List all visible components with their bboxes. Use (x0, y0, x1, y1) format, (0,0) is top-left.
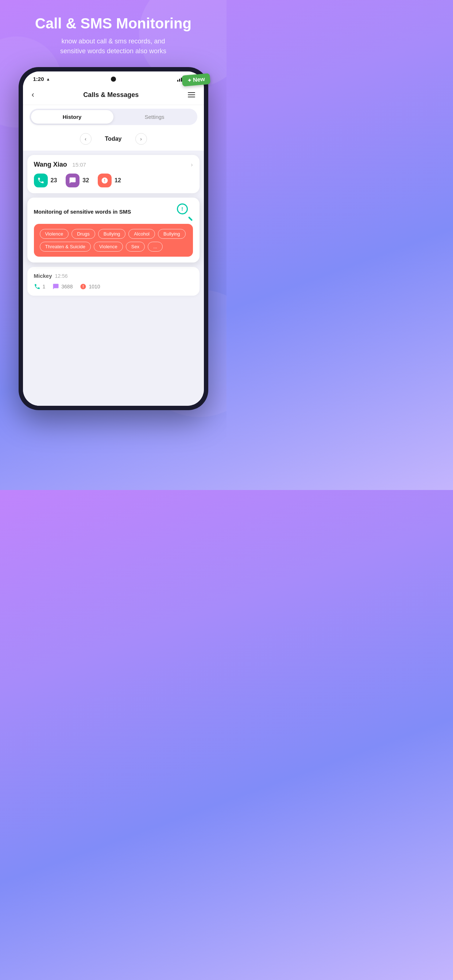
phone-icon (34, 173, 48, 188)
page-subtitle: know about call & sms records, and sensi… (35, 37, 191, 56)
call-count: 23 (51, 177, 57, 184)
search-magnifier-icon: ! (177, 204, 193, 220)
mickey-time: 12:56 (55, 273, 68, 279)
tag-drugs: Drugs (72, 229, 95, 239)
tag-bullying-1: Bullying (98, 229, 126, 239)
mickey-card[interactable]: Mickey 12:56 1 (27, 267, 199, 296)
current-date-label: Today (99, 135, 128, 142)
mickey-message-icon (53, 283, 59, 290)
tag-more: ... (148, 242, 163, 251)
tag-sex: Sex (126, 242, 145, 251)
sensitive-title: Monitoring of sensitive words in SMS (34, 208, 131, 215)
next-date-button[interactable]: › (135, 133, 147, 145)
prev-date-button[interactable]: ‹ (80, 133, 91, 145)
stats-row: 23 32 (34, 173, 193, 188)
mickey-call-count: 1 (43, 284, 46, 290)
contact-time: 15:07 (72, 162, 86, 168)
alert-stat: 12 (98, 173, 121, 188)
phone-mockup: New 1:20 ▲ (19, 67, 208, 410)
camera-notch (111, 76, 116, 82)
card-chevron-icon: › (191, 162, 193, 168)
sensitive-tags-area: Violence Drugs Bullying Alcohol Bullying… (34, 224, 193, 257)
app-title: Calls & Messages (83, 91, 139, 99)
menu-button[interactable] (188, 92, 195, 97)
message-stat: 32 (65, 173, 89, 188)
mickey-message-stat: 3688 (53, 283, 73, 290)
status-time: 1:20 ▲ (33, 76, 50, 82)
tabs-container: History Settings (23, 105, 204, 129)
status-bar: 1:20 ▲ (23, 72, 204, 85)
card-header: Wang Xiao 15:07 › (34, 161, 193, 169)
back-button[interactable]: ‹ (32, 90, 34, 100)
app-header: ‹ Calls & Messages (23, 85, 204, 105)
page-title: Call & SMS Monitoring (35, 14, 191, 32)
alert-icon (98, 173, 112, 188)
header-section: Call & SMS Monitoring know about call & … (21, 14, 206, 56)
mickey-name: Mickey (34, 273, 52, 279)
mickey-stats: 1 3688 (34, 283, 193, 290)
tag-threaten-suicide: Threaten & Suicide (40, 242, 91, 251)
tag-bullying-2: Bullying (158, 229, 186, 239)
mickey-message-count: 3688 (61, 284, 73, 290)
date-navigation: ‹ Today › (23, 129, 204, 151)
screen-content: Wang Xiao 15:07 › (23, 151, 204, 406)
tag-alcohol: Alcohol (128, 229, 155, 239)
call-stat: 23 (34, 173, 57, 188)
sensitive-header: Monitoring of sensitive words in SMS ! (34, 204, 193, 220)
location-arrow-icon: ▲ (46, 77, 50, 81)
message-icon (65, 173, 80, 188)
mickey-alert-icon (80, 283, 86, 290)
phone-frame: 1:20 ▲ (19, 67, 208, 410)
wang-xiao-card[interactable]: Wang Xiao 15:07 › (27, 155, 199, 193)
mickey-call-stat: 1 (34, 283, 46, 290)
tab-history[interactable]: History (31, 110, 113, 124)
alert-count: 12 (115, 177, 121, 184)
phone-screen: 1:20 ▲ (23, 72, 204, 406)
tabs-bar: History Settings (30, 109, 197, 125)
tag-violence-2: Violence (94, 242, 123, 251)
tab-settings[interactable]: Settings (113, 110, 196, 124)
mickey-phone-icon (34, 283, 40, 290)
mickey-alert-stat: 1010 (80, 283, 100, 290)
mickey-alert-count: 1010 (89, 284, 100, 290)
tag-violence-1: Violence (40, 229, 69, 239)
message-count: 32 (83, 177, 89, 184)
mickey-header: Mickey 12:56 (34, 273, 193, 279)
sensitive-words-card: Monitoring of sensitive words in SMS ! V… (27, 197, 199, 262)
contact-name: Wang Xiao (34, 161, 67, 168)
